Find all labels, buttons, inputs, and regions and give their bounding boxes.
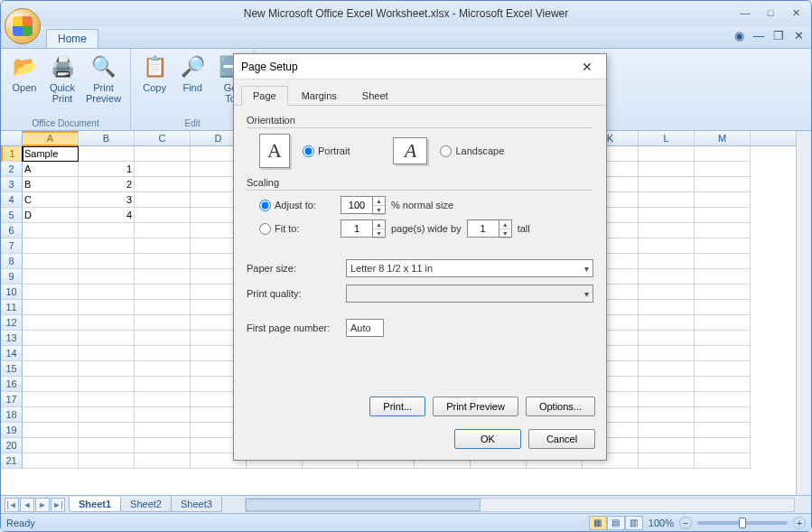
- row-header-2[interactable]: 2: [1, 162, 23, 177]
- column-header-M[interactable]: M: [695, 131, 751, 145]
- open-button[interactable]: 📂 Open: [6, 51, 42, 95]
- cell-L6[interactable]: [639, 223, 695, 238]
- row-header-17[interactable]: 17: [1, 392, 23, 407]
- ribbon-minimize-button[interactable]: —: [751, 29, 766, 42]
- cell-B21[interactable]: [79, 453, 135, 469]
- sheet-tab-sheet3[interactable]: Sheet3: [171, 497, 222, 512]
- cell-B11[interactable]: [79, 300, 135, 315]
- cell-M15[interactable]: [695, 361, 751, 377]
- view-page-layout-button[interactable]: ▤: [607, 516, 625, 530]
- cell-L18[interactable]: [639, 407, 695, 423]
- column-header-A[interactable]: A: [23, 131, 79, 146]
- portrait-radio[interactable]: Portrait: [303, 145, 350, 157]
- cell-B5[interactable]: 4: [79, 208, 135, 223]
- zoom-slider[interactable]: [697, 521, 788, 525]
- cell-A10[interactable]: [23, 285, 79, 300]
- maximize-button[interactable]: □: [761, 5, 780, 21]
- row-header-10[interactable]: 10: [1, 285, 23, 300]
- cell-C7[interactable]: [135, 238, 191, 254]
- help-icon[interactable]: ◉: [732, 29, 746, 42]
- cell-M4[interactable]: [695, 192, 751, 208]
- adjust-down-icon[interactable]: ▼: [373, 206, 385, 215]
- cell-M6[interactable]: [695, 223, 751, 238]
- cell-A5[interactable]: D: [23, 208, 79, 223]
- dialog-tab-page[interactable]: Page: [241, 86, 288, 106]
- cell-L14[interactable]: [639, 346, 695, 361]
- cell-C3[interactable]: [135, 177, 191, 192]
- dialog-tab-margins[interactable]: Margins: [290, 86, 349, 106]
- cell-A15[interactable]: [23, 361, 79, 377]
- cell-L3[interactable]: [639, 177, 695, 192]
- cell-L15[interactable]: [639, 361, 695, 377]
- cell-C15[interactable]: [135, 361, 191, 377]
- cell-B12[interactable]: [79, 315, 135, 331]
- column-header-L[interactable]: L: [639, 131, 695, 145]
- cell-L19[interactable]: [639, 423, 695, 438]
- cell-L2[interactable]: [639, 162, 695, 177]
- column-header-B[interactable]: B: [79, 131, 135, 145]
- zoom-slider-thumb[interactable]: [739, 518, 746, 528]
- cell-C17[interactable]: [135, 392, 191, 407]
- quick-print-button[interactable]: 🖨️ Quick Print: [44, 51, 80, 106]
- sheet-tab-sheet1[interactable]: Sheet1: [69, 497, 121, 512]
- cell-C19[interactable]: [135, 423, 191, 438]
- options-button[interactable]: Options...: [526, 397, 595, 416]
- sheet-nav-prev[interactable]: ◄: [20, 498, 34, 512]
- find-button[interactable]: 🔎 Find: [174, 51, 210, 95]
- cell-A2[interactable]: A: [23, 162, 79, 177]
- row-header-8[interactable]: 8: [1, 254, 23, 269]
- copy-button[interactable]: 📋 Copy: [136, 51, 173, 95]
- cell-B16[interactable]: [79, 377, 135, 392]
- cell-B7[interactable]: [79, 238, 135, 254]
- adjust-to-spinner[interactable]: ▲▼: [341, 196, 386, 214]
- cell-L11[interactable]: [639, 300, 695, 315]
- fit-wide-down-icon[interactable]: ▼: [373, 229, 385, 238]
- office-button[interactable]: [5, 8, 41, 44]
- cell-B1[interactable]: [79, 146, 135, 162]
- cell-C5[interactable]: [135, 208, 191, 223]
- cell-A8[interactable]: [23, 254, 79, 269]
- cell-B9[interactable]: [79, 269, 135, 285]
- cell-L8[interactable]: [639, 254, 695, 269]
- row-header-12[interactable]: 12: [1, 315, 23, 331]
- cell-L4[interactable]: [639, 192, 695, 208]
- column-header-C[interactable]: C: [135, 131, 191, 145]
- cell-M13[interactable]: [695, 331, 751, 346]
- row-header-13[interactable]: 13: [1, 331, 23, 346]
- cell-M12[interactable]: [695, 315, 751, 331]
- ribbon-close-button[interactable]: ✕: [791, 29, 806, 42]
- cell-L12[interactable]: [639, 315, 695, 331]
- cell-C14[interactable]: [135, 346, 191, 361]
- dialog-tab-sheet[interactable]: Sheet: [350, 86, 400, 106]
- row-header-18[interactable]: 18: [1, 407, 23, 423]
- cell-M11[interactable]: [695, 300, 751, 315]
- adjust-to-radio-input[interactable]: [259, 200, 271, 211]
- vertical-scrollbar[interactable]: [796, 131, 811, 495]
- fit-wide-input[interactable]: [341, 220, 372, 237]
- cell-B6[interactable]: [79, 223, 135, 238]
- cell-L1[interactable]: [639, 146, 695, 162]
- cell-C1[interactable]: [135, 146, 191, 162]
- fit-tall-down-icon[interactable]: ▼: [499, 229, 511, 238]
- cell-A18[interactable]: [23, 407, 79, 423]
- row-header-19[interactable]: 19: [1, 423, 23, 438]
- sheet-tab-sheet2[interactable]: Sheet2: [120, 497, 172, 512]
- cell-A12[interactable]: [23, 315, 79, 331]
- row-header-15[interactable]: 15: [1, 361, 23, 377]
- cell-B18[interactable]: [79, 407, 135, 423]
- cell-M1[interactable]: [695, 146, 751, 162]
- sheet-nav-first[interactable]: |◄: [5, 498, 19, 512]
- row-header-4[interactable]: 4: [1, 192, 23, 208]
- cell-A19[interactable]: [23, 423, 79, 438]
- row-header-3[interactable]: 3: [1, 177, 23, 192]
- tab-home[interactable]: Home: [46, 29, 98, 48]
- cell-A17[interactable]: [23, 392, 79, 407]
- cell-A11[interactable]: [23, 300, 79, 315]
- zoom-in-button[interactable]: +: [793, 517, 806, 529]
- cell-M20[interactable]: [695, 438, 751, 453]
- cell-A21[interactable]: [23, 453, 79, 469]
- cell-A16[interactable]: [23, 377, 79, 392]
- adjust-to-input[interactable]: [341, 197, 372, 213]
- minimize-button[interactable]: —: [735, 5, 755, 21]
- cell-M2[interactable]: [695, 162, 751, 177]
